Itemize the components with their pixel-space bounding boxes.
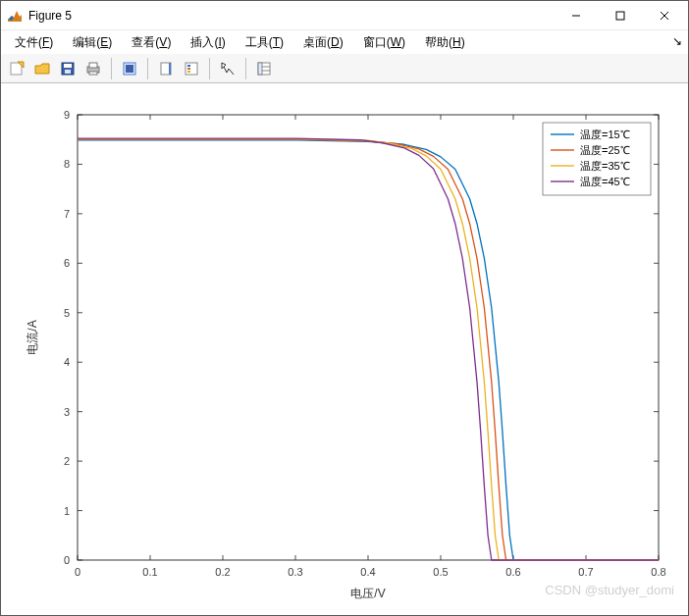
svg-text:0.3: 0.3	[288, 566, 302, 578]
property-inspector-button[interactable]	[252, 57, 276, 80]
svg-rect-13	[126, 65, 133, 73]
svg-text:5: 5	[64, 307, 70, 319]
axes: 00.10.20.30.40.50.60.70.80123456789电压/V电…	[1, 85, 688, 615]
menu-tools[interactable]: 工具(T)	[238, 32, 292, 53]
svg-text:0.8: 0.8	[651, 566, 665, 578]
edit-plot-button[interactable]	[216, 57, 239, 80]
svg-text:温度=25℃: 温度=25℃	[580, 144, 630, 156]
menu-help-label: 帮助(H)	[425, 35, 465, 49]
menu-desktop[interactable]: 桌面(D)	[295, 32, 351, 53]
toolbar-sep-1	[111, 58, 112, 79]
svg-text:0.5: 0.5	[433, 566, 448, 578]
svg-text:2: 2	[64, 455, 70, 467]
svg-rect-23	[258, 63, 262, 75]
svg-text:6: 6	[64, 257, 70, 269]
svg-text:电压/V: 电压/V	[350, 587, 385, 600]
menu-insert-label: 插入(I)	[190, 35, 225, 49]
title-bar: Figure 5	[1, 1, 688, 30]
new-figure-button[interactable]	[5, 57, 28, 80]
legend-button[interactable]	[180, 57, 203, 80]
svg-text:0.6: 0.6	[505, 566, 520, 578]
svg-text:0.4: 0.4	[360, 566, 375, 578]
menubar-overflow-icon[interactable]: ↘	[672, 34, 682, 48]
toolbar	[1, 54, 688, 83]
menu-window-label: 窗口(W)	[363, 35, 405, 49]
menu-insert[interactable]: 插入(I)	[183, 32, 233, 53]
close-button[interactable]	[642, 2, 686, 29]
maximize-button[interactable]	[598, 2, 642, 29]
svg-text:1: 1	[64, 505, 70, 517]
figure-canvas[interactable]: 00.10.20.30.40.50.60.70.80123456789电压/V电…	[1, 85, 688, 615]
svg-text:温度=35℃: 温度=35℃	[580, 160, 630, 172]
svg-rect-15	[169, 63, 171, 75]
menu-file[interactable]: 文件(F)	[7, 32, 61, 53]
menu-view-label: 查看(V)	[132, 35, 171, 49]
menu-desktop-label: 桌面(D)	[303, 35, 344, 49]
svg-rect-16	[186, 63, 197, 75]
menu-edit[interactable]: 编辑(E)	[65, 32, 120, 53]
menu-file-label: 文件(F)	[15, 35, 53, 49]
svg-rect-11	[89, 72, 97, 75]
svg-text:7: 7	[64, 208, 70, 220]
menu-help[interactable]: 帮助(H)	[417, 32, 473, 53]
svg-text:0: 0	[75, 566, 80, 578]
svg-rect-8	[65, 70, 71, 74]
svg-text:温度=45℃: 温度=45℃	[580, 176, 630, 187]
svg-text:温度=15℃: 温度=15℃	[580, 128, 630, 140]
svg-text:8: 8	[64, 158, 70, 170]
toolbar-sep-4	[245, 58, 246, 79]
link-button[interactable]	[118, 57, 141, 80]
toolbar-sep-2	[147, 58, 148, 79]
svg-text:0.7: 0.7	[578, 566, 593, 578]
open-button[interactable]	[30, 57, 54, 80]
svg-rect-1	[616, 12, 624, 20]
svg-text:电流/A: 电流/A	[26, 320, 39, 354]
menu-bar: 文件(F) 编辑(E) 查看(V) 插入(I) 工具(T) 桌面(D) 窗口(W…	[1, 30, 688, 54]
svg-text:3: 3	[64, 406, 70, 418]
menu-tools-label: 工具(T)	[245, 35, 284, 49]
print-button[interactable]	[81, 57, 105, 80]
window-title: Figure 5	[28, 9, 554, 23]
svg-rect-10	[89, 63, 97, 68]
toolbar-sep-3	[209, 58, 210, 79]
menu-window[interactable]: 窗口(W)	[355, 32, 413, 53]
svg-text:0: 0	[64, 554, 70, 566]
svg-text:9: 9	[64, 109, 70, 121]
menu-edit-label: 编辑(E)	[73, 35, 112, 49]
matlab-icon	[7, 8, 23, 24]
minimize-button[interactable]	[554, 2, 598, 29]
svg-rect-7	[64, 64, 72, 68]
svg-text:0.2: 0.2	[215, 566, 230, 578]
menu-view[interactable]: 查看(V)	[124, 32, 179, 53]
svg-text:4: 4	[64, 356, 70, 368]
svg-text:0.1: 0.1	[142, 566, 157, 578]
save-button[interactable]	[56, 57, 80, 80]
colorbar-button[interactable]	[154, 57, 178, 80]
